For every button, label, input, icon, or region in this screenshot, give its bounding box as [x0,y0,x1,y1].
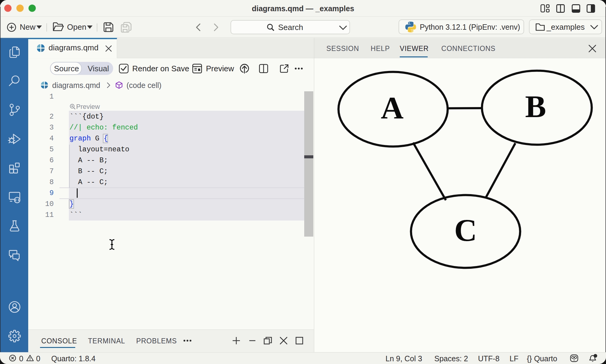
svg-text:B: B [525,89,546,124]
svg-text:A: A [381,90,403,125]
svg-text:C: C [454,213,477,248]
